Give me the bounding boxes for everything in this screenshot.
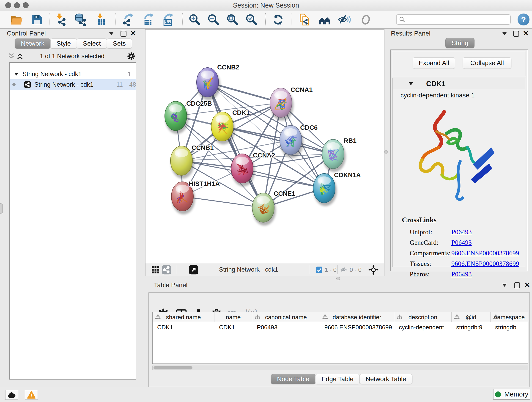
tab-string[interactable]: String <box>445 38 475 48</box>
panel-menu-icon[interactable] <box>502 284 507 287</box>
float-panel-icon[interactable] <box>513 31 519 37</box>
table-cell[interactable]: CDK1 <box>152 322 215 332</box>
node-label-CDC25B: CDC25B <box>186 100 212 107</box>
column-header-description[interactable]: description <box>394 312 452 322</box>
left-edge-splitter-handle[interactable] <box>0 203 2 214</box>
export-table-icon[interactable] <box>142 13 155 26</box>
crosslink-value[interactable]: 9606.ENSP00000378699 <box>451 249 519 257</box>
network-node-CCNB2[interactable] <box>196 68 220 100</box>
tab-select[interactable]: Select <box>77 38 107 49</box>
show-results-eye-icon[interactable] <box>360 13 372 26</box>
search-input[interactable] <box>405 15 510 24</box>
node-table-grid[interactable]: shared namenamecanonical namedatabase id… <box>152 312 528 364</box>
memory-label: Memory <box>504 390 528 398</box>
close-panel-icon[interactable]: ✕ <box>524 281 530 288</box>
close-panel-icon[interactable]: ✕ <box>130 30 136 37</box>
float-panel-icon[interactable] <box>120 31 127 37</box>
network-node-CDC6[interactable] <box>280 125 303 158</box>
column-header-shared-name[interactable]: shared name <box>152 312 215 322</box>
node-label-CCNB1: CCNB1 <box>191 144 214 151</box>
horizontal-splitter-handle[interactable] <box>336 277 340 280</box>
table-cell[interactable]: CDK1 <box>215 322 252 332</box>
import-table-icon[interactable] <box>94 13 107 26</box>
table-header-row: shared namenamecanonical namedatabase id… <box>152 312 528 322</box>
network-canvas[interactable]: CCNB2CCNA1CDC25BCDK1CDC6RB1CCNB1CCNA2CDK… <box>146 30 384 263</box>
tree-expand-icon[interactable] <box>14 73 18 76</box>
table-cell[interactable]: cyclin-dependent ... <box>394 322 452 332</box>
network-node-RB1[interactable] <box>322 139 346 172</box>
network-options-gear-icon[interactable] <box>127 52 136 61</box>
open-session-icon[interactable] <box>10 13 23 26</box>
node-label-RB1: RB1 <box>344 137 356 144</box>
import-network-file-icon[interactable] <box>54 13 67 26</box>
crosslink-label: Uniprot: <box>410 228 432 236</box>
selected-checkbox-icon[interactable] <box>316 266 323 274</box>
help-button[interactable]: ? <box>518 13 530 26</box>
table-cell[interactable]: stringdb:9... <box>452 322 491 332</box>
table-cell[interactable]: P06493 <box>252 322 320 332</box>
tab-node-table[interactable]: Node Table <box>271 374 316 384</box>
table-cell[interactable]: stringdb <box>491 322 528 332</box>
hidden-eye-icon[interactable] <box>340 266 348 274</box>
table-data-row[interactable]: CDK1CDK1P064939606.ENSP00000378699cyclin… <box>152 322 528 332</box>
column-header-id[interactable]: @id <box>452 312 491 322</box>
crosslink-value[interactable]: P06493 <box>451 239 472 246</box>
tab-edge-table[interactable]: Edge Table <box>315 374 360 384</box>
crosslink-value[interactable]: P06493 <box>451 270 472 278</box>
memory-button[interactable]: Memory <box>493 389 530 400</box>
network-view-title: String Network - cdk1 <box>219 266 278 273</box>
network-node-CCNA2[interactable] <box>231 154 255 186</box>
tab-sets[interactable]: Sets <box>107 38 132 49</box>
center-view-crosshair-icon[interactable] <box>368 265 379 276</box>
export-network-icon[interactable] <box>122 13 135 26</box>
string-badge-icon[interactable] <box>162 265 172 275</box>
window-title: Session: New Session <box>0 2 532 9</box>
column-header-database-identifier[interactable]: database identifier <box>320 312 394 322</box>
tab-network-table[interactable]: Network Table <box>360 374 412 384</box>
close-panel-icon[interactable]: ✕ <box>523 30 529 37</box>
warnings-button[interactable] <box>25 390 38 400</box>
tab-style[interactable]: Style <box>51 38 77 49</box>
network-node-CDKN1A[interactable] <box>313 173 337 206</box>
string-home-icon[interactable] <box>318 13 331 26</box>
network-selection-status: 1 of 1 Network selected <box>2 53 143 60</box>
zoom-out-icon[interactable] <box>207 13 220 26</box>
crosslink-row: GeneCard:P06493 <box>393 237 525 248</box>
float-panel-icon[interactable] <box>514 282 520 288</box>
column-header-name[interactable]: name <box>215 312 252 322</box>
horizontal-scrollbar[interactable] <box>152 366 528 370</box>
save-session-icon[interactable] <box>31 13 43 26</box>
zoom-fit-icon[interactable] <box>226 13 239 26</box>
birds-eye-grid-icon[interactable] <box>152 266 160 275</box>
section-collapse-icon[interactable] <box>409 82 413 85</box>
collapse-all-button[interactable]: Collapse All <box>463 57 511 69</box>
zoom-selected-icon[interactable] <box>245 13 258 26</box>
crosslink-value[interactable]: P06493 <box>451 228 472 236</box>
table-cell[interactable]: 9606.ENSP00000378699 <box>320 322 394 332</box>
update-network-icon[interactable] <box>272 13 285 26</box>
open-in-window-icon[interactable] <box>189 265 199 275</box>
network-node-CCNE1[interactable] <box>252 193 276 225</box>
import-network-database-icon[interactable] <box>74 13 87 26</box>
column-header-namespace[interactable]: namespace <box>491 312 528 322</box>
crosslink-label: Pharos: <box>410 270 430 278</box>
search-box[interactable] <box>396 14 511 25</box>
crosslink-label: Tissues: <box>410 260 431 268</box>
column-header-canonical-name[interactable]: canonical name <box>252 312 320 322</box>
crosslink-value[interactable]: 9606.ENSP00000378699 <box>451 260 519 268</box>
node-label-CCNA2: CCNA2 <box>253 152 275 159</box>
cloud-services-button[interactable] <box>5 390 18 400</box>
scrollbar-thumb[interactable] <box>153 366 192 370</box>
zoom-in-icon[interactable] <box>188 13 201 26</box>
network-row-selected[interactable]: String Network - cdk1 11 48 <box>10 79 136 90</box>
export-image-icon[interactable] <box>162 13 174 26</box>
tab-network[interactable]: Network <box>15 38 51 49</box>
panel-menu-icon[interactable] <box>109 32 114 35</box>
panel-menu-icon[interactable] <box>502 32 507 35</box>
clone-network-icon[interactable] <box>298 13 311 26</box>
hide-results-eye-icon[interactable] <box>338 13 351 26</box>
expand-all-button[interactable]: Expand All <box>413 57 455 69</box>
network-collection-row[interactable]: String Network - cdk1 1 <box>10 69 136 79</box>
network-node-CCNB1[interactable] <box>171 146 194 179</box>
vertical-splitter-handle[interactable] <box>385 150 388 153</box>
